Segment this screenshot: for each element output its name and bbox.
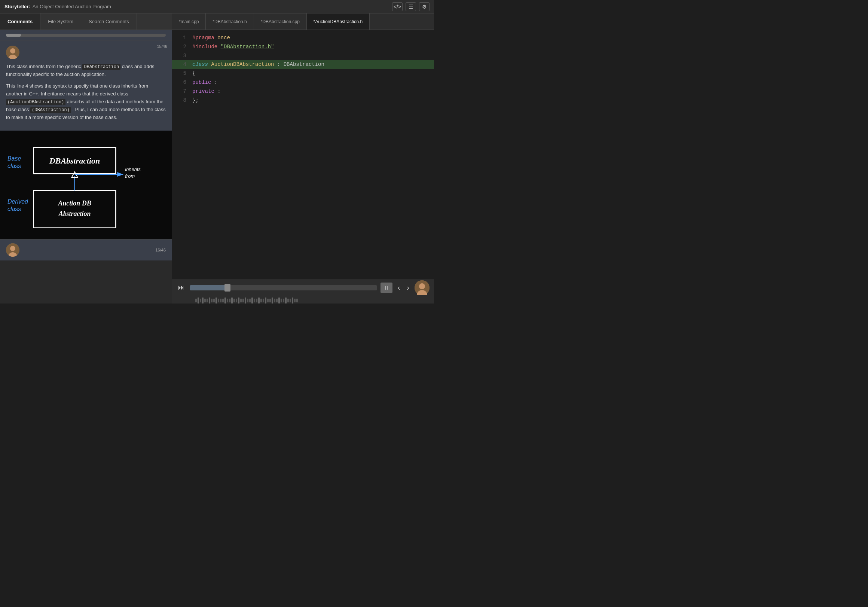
list-view-button[interactable]: ☰ xyxy=(406,2,416,11)
svg-text:Base: Base xyxy=(8,155,21,161)
comment-card-top: 15/46 This class inherits from the gener… xyxy=(0,40,172,130)
player-avatar xyxy=(415,280,429,295)
tick xyxy=(245,298,246,303)
tick xyxy=(209,298,210,303)
code-line-4: 4 class AuctionDBAbstraction : DBAbstrac… xyxy=(172,60,434,69)
tick xyxy=(218,299,219,303)
tab-search-comments[interactable]: Search Comments xyxy=(81,14,137,29)
scroll-thumb[interactable] xyxy=(6,34,21,37)
comment-text-1: This class inherits from the generic DBA… xyxy=(6,63,166,79)
tick xyxy=(204,299,206,303)
comment-badge-bottom: 16/46 xyxy=(155,248,166,252)
tick xyxy=(287,299,289,303)
tick xyxy=(283,299,284,303)
prev-button[interactable]: ‹ xyxy=(396,282,402,293)
tick xyxy=(225,298,226,303)
tick xyxy=(242,299,244,303)
tick xyxy=(274,299,275,303)
tab-main-cpp[interactable]: *main.cpp xyxy=(172,14,206,29)
tick xyxy=(270,299,271,303)
progress-bar[interactable] xyxy=(190,285,377,290)
scroll-bar[interactable] xyxy=(6,34,166,37)
tick xyxy=(200,299,201,303)
player-controls: ⏭ ⏸ ‹ › xyxy=(177,280,429,295)
player-bar: ⏭ ⏸ ‹ › xyxy=(172,279,434,303)
tick xyxy=(260,299,262,303)
app-subtitle: An Object Oriented Auction Program xyxy=(33,4,111,9)
tick xyxy=(292,298,293,303)
tick xyxy=(294,299,296,303)
svg-text:Auction DB: Auction DB xyxy=(57,199,91,207)
comment-card-bottom: 16/46 xyxy=(0,239,172,261)
svg-point-1 xyxy=(10,48,16,54)
title-bar: Storyteller: An Object Oriented Auction … xyxy=(0,0,434,14)
tick xyxy=(198,298,199,303)
code-line-8: 8 }; xyxy=(172,96,434,105)
tab-bar: Comments File System Search Comments xyxy=(0,14,172,30)
code-tabs: *main.cpp *DBAbstraction.h *DBAbstractio… xyxy=(172,14,434,30)
class-name: AuctionDBAbstraction xyxy=(211,61,274,67)
code-view-button[interactable]: </> xyxy=(392,2,403,11)
tick xyxy=(231,298,233,303)
tick xyxy=(215,298,217,303)
tick xyxy=(296,299,298,303)
svg-text:class: class xyxy=(8,163,21,169)
tick xyxy=(267,299,269,303)
tick xyxy=(254,299,255,303)
right-panel: *main.cpp *DBAbstraction.h *DBAbstractio… xyxy=(172,14,434,303)
tab-file-system[interactable]: File System xyxy=(40,14,81,29)
tick xyxy=(222,299,224,303)
pause-button[interactable]: ⏸ xyxy=(380,283,392,293)
tick xyxy=(251,298,253,303)
list-icon: ☰ xyxy=(409,4,414,10)
svg-point-20 xyxy=(10,246,16,251)
tick xyxy=(278,298,280,303)
tick xyxy=(220,299,222,303)
progress-thumb[interactable] xyxy=(225,284,231,292)
svg-text:class: class xyxy=(8,206,21,212)
comment-header xyxy=(6,46,166,59)
code-icon: </> xyxy=(394,4,401,10)
timeline-ticks xyxy=(177,298,429,303)
tick xyxy=(290,299,291,303)
include-keyword: #include xyxy=(192,44,217,50)
svg-text:Derived: Derived xyxy=(8,198,28,205)
settings-button[interactable]: ⚙ xyxy=(419,2,429,11)
tick xyxy=(206,299,208,303)
public-keyword: public xyxy=(192,79,211,85)
progress-fill xyxy=(190,285,228,290)
left-panel: Comments File System Search Comments 15/… xyxy=(0,14,172,303)
gear-icon: ⚙ xyxy=(422,4,427,10)
tick xyxy=(271,298,273,303)
tick xyxy=(211,299,212,303)
main-layout: Comments File System Search Comments 15/… xyxy=(0,14,434,303)
tick xyxy=(276,299,277,303)
svg-text:inherits: inherits xyxy=(125,166,141,172)
skip-to-start-button[interactable]: ⏭ xyxy=(177,282,186,293)
once-keyword: once xyxy=(217,35,230,41)
tick xyxy=(234,299,235,303)
tab-db-abstraction-h[interactable]: *DBAbstraction.h xyxy=(206,14,254,29)
next-button[interactable]: › xyxy=(405,282,411,293)
tick xyxy=(265,298,267,303)
tab-auction-db-abstraction-h[interactable]: *AuctionDBAbstraction.h xyxy=(307,14,370,29)
tick xyxy=(256,299,257,303)
tab-comments[interactable]: Comments xyxy=(0,14,40,29)
tick xyxy=(281,299,282,303)
tab-db-abstraction-cpp[interactable]: *DBAbstraction.cpp xyxy=(254,14,307,29)
svg-text:from: from xyxy=(125,173,135,179)
tick xyxy=(238,298,239,303)
tick xyxy=(229,299,231,303)
svg-text:DBAbstraction: DBAbstraction xyxy=(49,156,100,165)
code-line-7: 7 private : xyxy=(172,87,434,96)
tick xyxy=(285,298,287,303)
pragma-keyword: #pragma xyxy=(192,35,214,41)
include-string: "DBAbstraction.h" xyxy=(221,44,274,50)
tick xyxy=(240,299,242,303)
private-keyword: private xyxy=(192,88,214,94)
tick xyxy=(247,299,248,303)
code-line-6: 6 public : xyxy=(172,78,434,87)
scroll-indicator-area xyxy=(0,30,172,40)
code-line-3: 3 xyxy=(172,52,434,61)
avatar xyxy=(6,46,19,59)
